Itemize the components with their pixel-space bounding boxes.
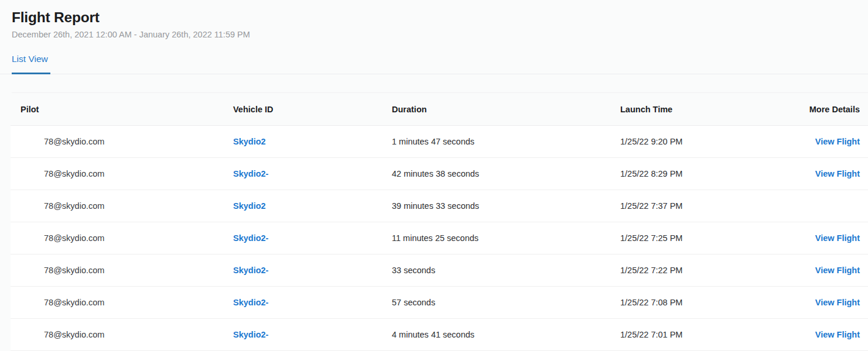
vehicle-cell: Skydio2- (233, 330, 392, 339)
column-header-pilot: Pilot (11, 105, 233, 114)
pilot-email: 78@skydio.com (44, 266, 104, 275)
pilot-email: 78@skydio.com (44, 169, 104, 178)
more-details-cell: View Flight (806, 169, 868, 178)
flight-duration: 39 minutes 33 seconds (392, 201, 620, 211)
pilot-email: 78@skydio.com (44, 330, 104, 339)
table-row: 78@skydio.com Skydio2- 11 minutes 25 sec… (11, 222, 868, 254)
table-header-row: Pilot Vehicle ID Duration Launch Time Mo… (11, 93, 868, 126)
column-header-vehicle-id: Vehicle ID (233, 105, 392, 114)
table-row: 78@skydio.com Skydio2- 4 minutes 41 seco… (11, 319, 868, 351)
vehicle-cell: Skydio2- (233, 298, 392, 307)
vehicle-id-link[interactable]: Skydio2- (233, 169, 268, 178)
flight-duration: 57 seconds (392, 298, 620, 307)
vehicle-cell: Skydio2 (233, 201, 392, 211)
launch-time: 1/25/22 7:08 PM (620, 298, 806, 307)
vehicle-id-link[interactable]: Skydio2- (233, 233, 268, 243)
column-header-launch-time: Launch Time (620, 105, 806, 114)
vehicle-cell: Skydio2- (233, 266, 392, 275)
page-header: Flight Report December 26th, 2021 12:00 … (0, 0, 868, 40)
view-flight-link[interactable]: View Flight (815, 298, 860, 307)
flight-duration: 11 minutes 25 seconds (392, 233, 620, 243)
more-details-cell: View Flight (806, 137, 868, 146)
table-row: 78@skydio.com Skydio2 39 minutes 33 seco… (11, 190, 868, 222)
table-body: 78@skydio.com Skydio2 1 minutes 47 secon… (11, 126, 868, 351)
table-row: 78@skydio.com Skydio2- 33 seconds 1/25/2… (11, 254, 868, 287)
view-flight-link[interactable]: View Flight (815, 266, 860, 275)
launch-time: 1/25/22 7:37 PM (620, 201, 806, 211)
pilot-cell: 78@skydio.com (11, 201, 233, 211)
table-row: 78@skydio.com Skydio2- 42 minutes 38 sec… (11, 158, 868, 190)
pilot-email: 78@skydio.com (44, 233, 104, 243)
tab-bar: List View (0, 53, 868, 74)
column-header-duration: Duration (392, 105, 620, 114)
vehicle-cell: Skydio2- (233, 169, 392, 178)
pilot-cell: 78@skydio.com (11, 266, 233, 275)
vehicle-id-link[interactable]: Skydio2- (233, 330, 268, 339)
vehicle-id-link[interactable]: Skydio2 (233, 201, 266, 211)
vehicle-cell: Skydio2- (233, 233, 392, 243)
table-row: 78@skydio.com Skydio2 1 minutes 47 secon… (11, 126, 868, 158)
pilot-email: 78@skydio.com (44, 298, 104, 307)
view-flight-link[interactable]: View Flight (815, 137, 860, 146)
launch-time: 1/25/22 7:01 PM (620, 330, 806, 339)
page-title: Flight Report (12, 9, 856, 26)
pilot-cell: 78@skydio.com (11, 298, 233, 307)
flight-duration: 33 seconds (392, 266, 620, 275)
more-details-cell: View Flight (806, 233, 868, 243)
view-flight-link[interactable]: View Flight (815, 169, 860, 178)
more-details-cell: View Flight (806, 298, 868, 307)
flight-duration: 4 minutes 41 seconds (392, 330, 620, 339)
vehicle-id-link[interactable]: Skydio2 (233, 137, 266, 146)
report-date-range: December 26th, 2021 12:00 AM - January 2… (12, 30, 856, 40)
column-header-more-details: More Details (806, 105, 868, 114)
pilot-cell: 78@skydio.com (11, 233, 233, 243)
launch-time: 1/25/22 9:20 PM (620, 137, 806, 146)
vehicle-cell: Skydio2 (233, 137, 392, 146)
launch-time: 1/25/22 7:25 PM (620, 233, 806, 243)
more-details-cell: View Flight (806, 330, 868, 339)
vehicle-id-link[interactable]: Skydio2- (233, 266, 268, 275)
table-row: 78@skydio.com Skydio2- 57 seconds 1/25/2… (11, 287, 868, 319)
pilot-email: 78@skydio.com (44, 137, 104, 146)
flight-duration: 1 minutes 47 seconds (392, 137, 620, 146)
view-flight-link[interactable]: View Flight (815, 233, 860, 243)
view-flight-link[interactable]: View Flight (815, 330, 860, 339)
flights-table: Pilot Vehicle ID Duration Launch Time Mo… (11, 92, 868, 351)
launch-time: 1/25/22 7:22 PM (620, 266, 806, 275)
launch-time: 1/25/22 8:29 PM (620, 169, 806, 178)
more-details-cell: View Flight (806, 266, 868, 275)
pilot-email: 78@skydio.com (44, 201, 104, 211)
flight-report-page: Flight Report December 26th, 2021 12:00 … (0, 0, 868, 351)
pilot-cell: 78@skydio.com (11, 169, 233, 178)
pilot-cell: 78@skydio.com (11, 137, 233, 146)
vehicle-id-link[interactable]: Skydio2- (233, 298, 268, 307)
flight-duration: 42 minutes 38 seconds (392, 169, 620, 178)
pilot-cell: 78@skydio.com (11, 330, 233, 339)
tab-list-view[interactable]: List View (12, 53, 50, 74)
